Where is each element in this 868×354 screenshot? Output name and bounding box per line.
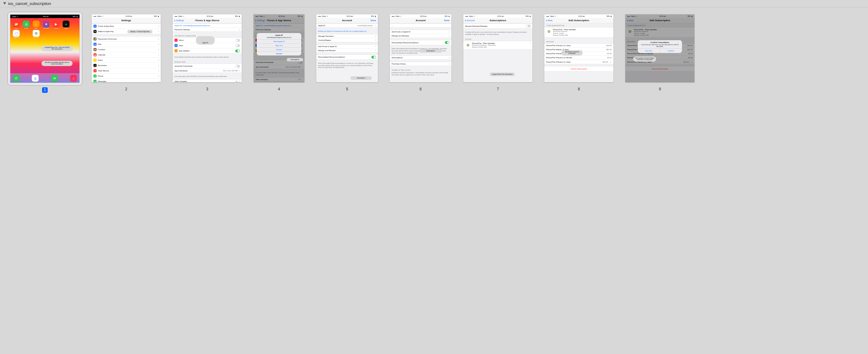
row-add-funds[interactable]: Add Funds to Apple ID [390, 30, 452, 34]
back-button[interactable]: Account [465, 19, 474, 22]
row-appleid[interactable]: Apple ID: rmetcalfe@rjmprogramming.com..… [173, 24, 242, 28]
row-video-autoplay[interactable]: Video AutoplayOn [173, 80, 242, 83]
thumbnail-cell-4[interactable]: ●●●Optusᯤ10:15 am52%▮ SettingsiTunes & A… [251, 12, 307, 93]
thumbnail-index: 4 [276, 87, 282, 92]
thumbnail-cell-6[interactable]: ●●●Optusᯤ10:15 am52%▮ AccountDone … Add … [387, 12, 454, 93]
ios-home-screen: Optusᯤ 9:54 am 53%▮ 📁Files ◎Find My ⌂Hom… [10, 14, 80, 83]
toggle[interactable] [235, 39, 240, 42]
thumbnail-frame[interactable]: ●●●Optusᯤ 10:15 am 52%▮ Settings AiTunes… [89, 12, 163, 85]
thumbnail-frame[interactable]: ●●●Optusᯤ10:15 am52%▮ SettingsiTunes & A… [251, 12, 307, 85]
back-button[interactable]: Back [546, 19, 553, 22]
alert-title: Confirm Cancellation [638, 40, 682, 43]
row-phone[interactable]: ✆Phone [92, 73, 161, 79]
option-row[interactable]: PictureThis Premium (1 Year)$29.99 [544, 43, 614, 48]
toggle[interactable] [445, 41, 450, 44]
thumbnail-cell-2[interactable]: ●●●Optusᯤ 10:15 am 52%▮ Settings AiTunes… [89, 12, 163, 93]
option-row[interactable]: PictureThis Premium (1 Month)$6.49 [544, 56, 614, 60]
row-manage-payments[interactable]: Manage Payments [316, 34, 378, 38]
row-contacts[interactable]: ☻Contacts [92, 47, 161, 52]
row-subscriptions[interactable]: Subscriptions [390, 56, 452, 60]
thumbnail-cell-9[interactable]: ●●●Optusᯤ10:14 am53%▮ BackEdit Subscript… [623, 12, 697, 93]
status-bar: Optusᯤ 9:54 am 53%▮ [10, 14, 80, 18]
thumbnail-frame[interactable]: Optusᯤ 9:54 am 53%▮ 📁Files ◎Find My ⌂Hom… [7, 12, 82, 85]
toggle[interactable] [526, 25, 531, 27]
app-spotify[interactable]: ●Spotify [63, 21, 69, 27]
iforgot-button[interactable]: iForgot [257, 47, 301, 52]
row-country[interactable]: Country/Region [316, 38, 378, 42]
carrier-label: Optus [12, 16, 16, 18]
thumbnail-frame[interactable]: ●●●Optusᯤ10:15 am52%▮ AccountDone Apple … [314, 12, 380, 85]
row-reminders[interactable]: ☑Reminders [92, 63, 161, 68]
row-purchase-history[interactable]: Purchase History [390, 62, 452, 66]
thumbnail-frame[interactable]: ●●●Optusᯤ10:14 am53%▮ AccountSubscriptio… [461, 12, 535, 85]
signout-button[interactable]: Sign Out [257, 43, 301, 47]
app-findmy[interactable]: ◎Find My [23, 21, 30, 27]
toggle[interactable] [371, 56, 376, 59]
thumbnail-cell-3[interactable]: ●●●Optusᯤ 10:15 am 52%▮ Settings iTunes … [170, 12, 244, 93]
annotation-bubble: Apple ID [196, 36, 215, 45]
done-button[interactable]: Done [444, 19, 450, 22]
thumbnail-cell-7[interactable]: ●●●Optusᯤ10:14 am53%▮ AccountSubscriptio… [461, 12, 535, 93]
toggle[interactable] [235, 65, 240, 68]
thumbnail-grid: Optusᯤ 9:54 am 53%▮ 📁Files ◎Find My ⌂Hom… [7, 12, 861, 93]
thumbnail-cell-5[interactable]: ●●●Optusᯤ10:15 am52%▮ AccountDone Apple … [314, 12, 380, 93]
row-auto-downloads[interactable]: Automatic Downloads [173, 64, 242, 69]
row-ratings[interactable]: Ratings and Reviews [390, 34, 452, 38]
app-picturethis[interactable]: PictureThis [33, 30, 39, 37]
thumbnail-frame[interactable]: ●●●Optusᯤ 10:15 am 52%▮ Settings iTunes … [170, 12, 244, 85]
row-messages[interactable]: ✉Messages [92, 79, 161, 82]
app-files[interactable]: 📁Files [13, 21, 20, 27]
thumbnail-cell-1[interactable]: Optusᯤ 9:54 am 53%▮ 📁Files ◎Find My ⌂Hom… [7, 12, 82, 93]
done-button[interactable]: Done [371, 19, 376, 22]
row-passwords[interactable]: 🔑Passwords & Accounts [92, 36, 161, 42]
thumbnail-index: 8 [576, 87, 582, 92]
dock: ✆ ◎ ✉ ♪ [10, 73, 80, 83]
toggle[interactable] [235, 50, 240, 52]
thumbnail-cell-8[interactable]: ●●●Optusᯤ10:14 am53%▮ BackEdit Subscript… [542, 12, 616, 93]
row-mail[interactable]: ✉Mail [92, 42, 161, 47]
toggle[interactable] [235, 44, 240, 47]
thumbnail-frame[interactable]: ●●●Optusᯤ10:14 am53%▮ BackEdit Subscript… [623, 12, 697, 85]
annotation-bubble: Can continue trial and change mind later… [633, 56, 656, 62]
disclosure-triangle-icon[interactable] [3, 2, 6, 5]
row-add-funds[interactable]: Add Funds to Apple ID [316, 45, 378, 49]
dock-phone[interactable]: ✆ [13, 75, 20, 82]
row-calendar[interactable]: ▦Calendar [92, 52, 161, 58]
dock-safari[interactable]: ◎ [32, 75, 39, 82]
section-header[interactable]: ios_cancel_subscription [0, 0, 868, 7]
row-notes[interactable]: ☰Notes [92, 58, 161, 63]
dock-messages[interactable]: ✉ [51, 75, 58, 82]
confirm-button[interactable]: Confirm [660, 48, 682, 53]
thumbnail-index: 9 [657, 87, 663, 92]
row-subscription[interactable]: PictureThis - Plant Identifier PictureTh… [463, 41, 532, 49]
row-itunes-appstore[interactable]: AiTunes & App Store [92, 24, 161, 29]
row-appleid[interactable]: Apple IDrmetcalfe@rjmprogr... [316, 24, 378, 27]
row-personalised[interactable]: Personalised Recommendations [390, 40, 452, 45]
row-app-updates[interactable]: ↻App Updates [173, 48, 242, 53]
dock-music[interactable]: ♪ [70, 75, 77, 82]
row-voicememos[interactable]: ●Voice Memos [92, 68, 161, 73]
thumbnail-viewport: Optusᯤ 9:54 am 53%▮ 📁Files ◎Find My ⌂Hom… [0, 7, 868, 97]
row-app-downloads[interactable]: App DownloadsAsk if Over 200 MB [173, 69, 242, 72]
thumbnail-frame[interactable]: ●●●Optusᯤ10:15 am52%▮ AccountDone … Add … [387, 12, 454, 85]
row-personalised[interactable]: Personalised Recommendations [316, 55, 378, 60]
row-password-settings[interactable]: Password Settings [173, 28, 242, 31]
annotation-bubble: Specifically, cancel the subscription [561, 50, 583, 56]
back-button[interactable]: Settings [175, 19, 184, 22]
cancel-button[interactable]: Cancel [257, 52, 301, 56]
footer-note: Only allow apps under 200 MB to download… [173, 75, 242, 79]
option-row[interactable]: PictureThis Premium (1 Year)$29.99✓ [544, 60, 614, 64]
thumbnail-frame[interactable]: ●●●Optusᯤ10:14 am53%▮ BackEdit Subscript… [542, 12, 616, 85]
app-itunes[interactable]: ★iTunes Store [43, 21, 50, 27]
cancel-subscription-button[interactable]: Cancel Subscription [544, 66, 614, 72]
app-googlewifi[interactable]: ◯Google Wifi [13, 30, 20, 37]
view-appleid-button[interactable]: View Apple ID [257, 39, 301, 43]
app-youtube[interactable]: ▶YouTube [53, 21, 60, 27]
thumbnail-index: 1 [42, 87, 48, 93]
alert-body: If you end your trial now, you can still… [638, 43, 682, 48]
confirm-cancel-alert: Confirm Cancellation If you end your tri… [638, 40, 682, 53]
row-ratings[interactable]: Ratings and Reviews [316, 49, 378, 52]
row-receive-receipts[interactable]: Receive Renewal Receipts [463, 24, 532, 28]
not-now-button[interactable]: Not Now [638, 48, 660, 53]
app-home[interactable]: ⌂Home [33, 21, 39, 27]
